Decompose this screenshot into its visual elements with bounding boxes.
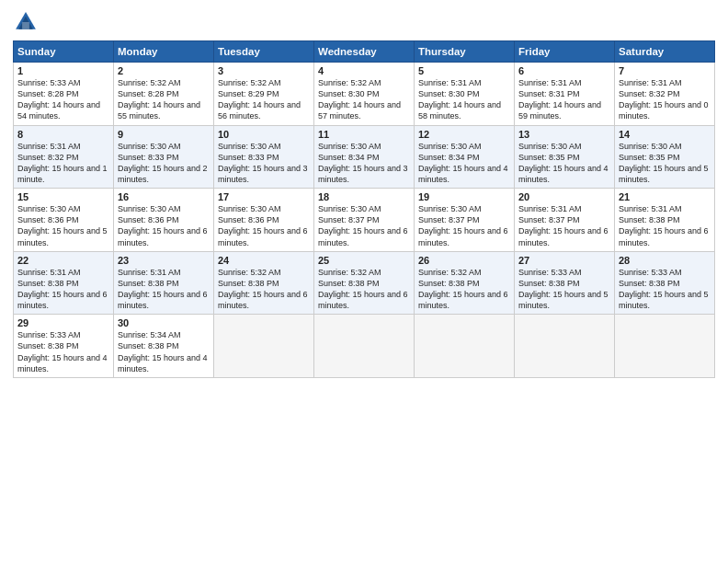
col-header-tuesday: Tuesday [214,41,314,63]
day-cell-3: 3Sunrise: 5:32 AMSunset: 8:29 PMDaylight… [214,63,314,126]
day-number: 29 [17,317,109,328]
day-info: Sunrise: 5:30 AMSunset: 8:33 PMDaylight:… [118,142,208,184]
day-number: 10 [218,129,310,140]
day-cell-19: 19Sunrise: 5:30 AMSunset: 8:37 PMDayligh… [415,189,515,252]
day-cell-29: 29Sunrise: 5:33 AMSunset: 8:38 PMDayligh… [14,315,114,378]
header [13,9,715,35]
day-cell-4: 4Sunrise: 5:32 AMSunset: 8:30 PMDaylight… [314,63,415,126]
day-number: 23 [118,255,210,266]
day-cell-1: 1Sunrise: 5:33 AMSunset: 8:28 PMDaylight… [14,63,114,126]
day-number: 7 [619,65,711,76]
day-info: Sunrise: 5:33 AMSunset: 8:38 PMDaylight:… [619,268,709,310]
svg-rect-2 [22,22,29,29]
calendar-header-row: SundayMondayTuesdayWednesdayThursdayFrid… [14,41,715,63]
day-info: Sunrise: 5:30 AMSunset: 8:36 PMDaylight:… [17,204,108,247]
day-info: Sunrise: 5:31 AMSunset: 8:30 PMDaylight:… [418,78,501,121]
day-number: 30 [118,317,210,328]
day-info: Sunrise: 5:33 AMSunset: 8:38 PMDaylight:… [518,268,609,310]
day-info: Sunrise: 5:31 AMSunset: 8:37 PMDaylight:… [518,204,609,247]
day-info: Sunrise: 5:30 AMSunset: 8:35 PMDaylight:… [518,142,609,184]
col-header-sunday: Sunday [14,41,114,63]
day-number: 15 [17,191,109,202]
day-number: 11 [318,129,410,140]
day-cell-5: 5Sunrise: 5:31 AMSunset: 8:30 PMDaylight… [415,63,515,126]
day-info: Sunrise: 5:30 AMSunset: 8:37 PMDaylight:… [418,204,508,247]
col-header-saturday: Saturday [615,41,715,63]
day-number: 25 [318,255,410,266]
day-cell-17: 17Sunrise: 5:30 AMSunset: 8:36 PMDayligh… [214,189,314,252]
day-number: 22 [17,255,109,266]
day-info: Sunrise: 5:32 AMSunset: 8:30 PMDaylight:… [318,78,401,121]
day-number: 1 [17,65,109,76]
day-cell-7: 7Sunrise: 5:31 AMSunset: 8:32 PMDaylight… [615,63,715,126]
day-info: Sunrise: 5:30 AMSunset: 8:37 PMDaylight:… [318,204,408,247]
day-number: 19 [418,191,510,202]
col-header-thursday: Thursday [415,41,515,63]
day-info: Sunrise: 5:30 AMSunset: 8:34 PMDaylight:… [318,142,408,184]
day-number: 9 [118,129,210,140]
day-number: 13 [518,129,610,140]
day-number: 16 [118,191,210,202]
day-cell-25: 25Sunrise: 5:32 AMSunset: 8:38 PMDayligh… [314,251,415,315]
day-number: 3 [218,65,310,76]
day-cell-13: 13Sunrise: 5:30 AMSunset: 8:35 PMDayligh… [515,125,615,189]
day-cell-24: 24Sunrise: 5:32 AMSunset: 8:38 PMDayligh… [214,251,314,315]
day-info: Sunrise: 5:32 AMSunset: 8:38 PMDaylight:… [318,268,408,310]
day-cell-21: 21Sunrise: 5:31 AMSunset: 8:38 PMDayligh… [615,189,715,252]
day-info: Sunrise: 5:34 AMSunset: 8:38 PMDaylight:… [118,330,208,373]
empty-cell [415,315,515,378]
empty-cell [615,315,715,378]
day-cell-16: 16Sunrise: 5:30 AMSunset: 8:36 PMDayligh… [114,189,214,252]
day-number: 5 [418,65,510,76]
day-info: Sunrise: 5:32 AMSunset: 8:38 PMDaylight:… [418,268,508,310]
day-info: Sunrise: 5:32 AMSunset: 8:29 PMDaylight:… [218,78,301,121]
day-cell-14: 14Sunrise: 5:30 AMSunset: 8:35 PMDayligh… [615,125,715,189]
day-number: 6 [518,65,610,76]
day-number: 27 [518,255,610,266]
day-info: Sunrise: 5:30 AMSunset: 8:36 PMDaylight:… [118,204,208,247]
day-cell-20: 20Sunrise: 5:31 AMSunset: 8:37 PMDayligh… [515,189,615,252]
logo [13,9,42,35]
day-info: Sunrise: 5:30 AMSunset: 8:36 PMDaylight:… [218,204,308,247]
page: SundayMondayTuesdayWednesdayThursdayFrid… [0,0,728,563]
day-cell-2: 2Sunrise: 5:32 AMSunset: 8:28 PMDaylight… [114,63,214,126]
day-info: Sunrise: 5:31 AMSunset: 8:38 PMDaylight:… [118,268,208,310]
day-cell-18: 18Sunrise: 5:30 AMSunset: 8:37 PMDayligh… [314,189,415,252]
day-number: 2 [118,65,210,76]
day-cell-23: 23Sunrise: 5:31 AMSunset: 8:38 PMDayligh… [114,251,214,315]
day-info: Sunrise: 5:32 AMSunset: 8:28 PMDaylight:… [118,78,200,121]
day-info: Sunrise: 5:31 AMSunset: 8:32 PMDaylight:… [619,78,709,121]
day-number: 12 [418,129,510,140]
empty-cell [314,315,415,378]
col-header-monday: Monday [114,41,214,63]
col-header-friday: Friday [515,41,615,63]
day-number: 20 [518,191,610,202]
day-info: Sunrise: 5:31 AMSunset: 8:32 PMDaylight:… [17,142,108,184]
day-cell-27: 27Sunrise: 5:33 AMSunset: 8:38 PMDayligh… [515,251,615,315]
day-info: Sunrise: 5:31 AMSunset: 8:31 PMDaylight:… [518,78,601,121]
day-info: Sunrise: 5:30 AMSunset: 8:35 PMDaylight:… [619,142,709,184]
day-number: 24 [218,255,310,266]
day-number: 18 [318,191,410,202]
day-cell-30: 30Sunrise: 5:34 AMSunset: 8:38 PMDayligh… [114,315,214,378]
day-info: Sunrise: 5:33 AMSunset: 8:38 PMDaylight:… [17,330,108,373]
day-number: 8 [17,129,109,140]
empty-cell [214,315,314,378]
day-number: 21 [619,191,711,202]
day-cell-28: 28Sunrise: 5:33 AMSunset: 8:38 PMDayligh… [615,251,715,315]
day-info: Sunrise: 5:30 AMSunset: 8:34 PMDaylight:… [418,142,508,184]
empty-cell [515,315,615,378]
day-info: Sunrise: 5:32 AMSunset: 8:38 PMDaylight:… [218,268,308,310]
logo-icon [13,9,39,35]
day-info: Sunrise: 5:30 AMSunset: 8:33 PMDaylight:… [218,142,308,184]
day-info: Sunrise: 5:31 AMSunset: 8:38 PMDaylight:… [619,204,709,247]
day-cell-6: 6Sunrise: 5:31 AMSunset: 8:31 PMDaylight… [515,63,615,126]
day-cell-26: 26Sunrise: 5:32 AMSunset: 8:38 PMDayligh… [415,251,515,315]
day-number: 14 [619,129,711,140]
day-number: 4 [318,65,410,76]
day-cell-11: 11Sunrise: 5:30 AMSunset: 8:34 PMDayligh… [314,125,415,189]
day-cell-8: 8Sunrise: 5:31 AMSunset: 8:32 PMDaylight… [14,125,114,189]
day-number: 17 [218,191,310,202]
col-header-wednesday: Wednesday [314,41,415,63]
day-cell-10: 10Sunrise: 5:30 AMSunset: 8:33 PMDayligh… [214,125,314,189]
